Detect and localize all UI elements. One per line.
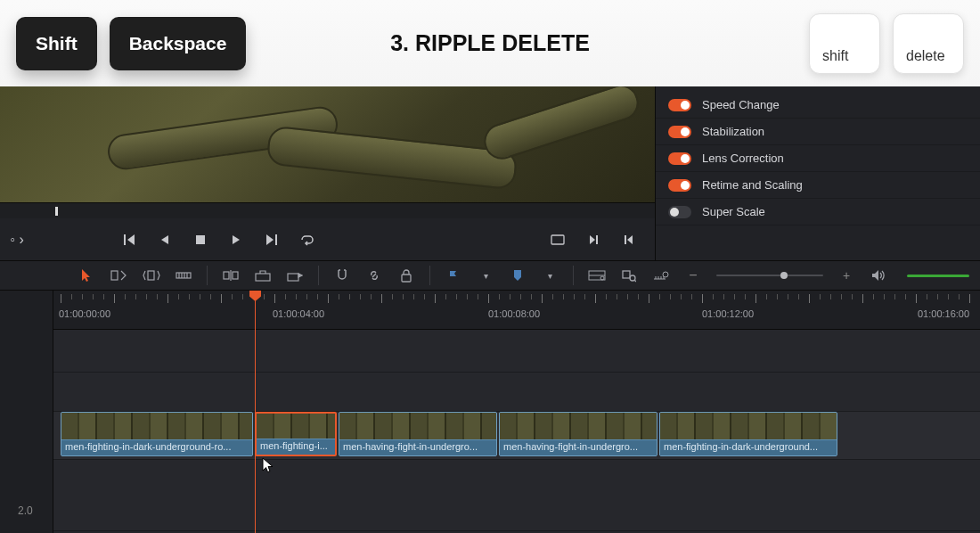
playhead[interactable] bbox=[255, 291, 256, 533]
go-end-icon[interactable] bbox=[264, 232, 280, 248]
key-backspace-dark: Backspace bbox=[110, 17, 247, 70]
insert-icon[interactable] bbox=[222, 266, 240, 284]
inspector-row[interactable]: Stabilization bbox=[656, 119, 980, 145]
tracks-container[interactable]: 01:00:00:0001:00:04:0001:00:08:0001:00:1… bbox=[53, 291, 980, 533]
tutorial-header: Shift Backspace 3. RIPPLE DELETE shift d… bbox=[0, 0, 980, 86]
next-clip-icon[interactable] bbox=[585, 232, 601, 248]
zoom-search-icon[interactable] bbox=[620, 266, 638, 284]
viewer-panel: ◦ › bbox=[0, 86, 655, 260]
timeline-clip[interactable]: men-fighting-in-dark-underground-ro... bbox=[61, 412, 253, 456]
top-panels: ◦ › Speed ChangeStabilizationLens Correc… bbox=[0, 86, 980, 260]
toggle-switch[interactable] bbox=[668, 179, 691, 192]
clip-label: men-fighting-i... bbox=[257, 439, 335, 455]
lock-icon[interactable] bbox=[397, 266, 415, 284]
svg-point-17 bbox=[600, 276, 604, 280]
svg-point-26 bbox=[663, 272, 668, 277]
key-shift-light: shift bbox=[809, 13, 880, 74]
inspector-row[interactable]: Lens Correction bbox=[656, 145, 980, 172]
svg-rect-12 bbox=[256, 274, 270, 281]
svg-rect-4 bbox=[176, 273, 191, 278]
viewer-scrubber[interactable] bbox=[0, 202, 655, 218]
inspector-row[interactable]: Retime and Scaling bbox=[656, 172, 980, 199]
zoom-out-icon[interactable]: − bbox=[684, 266, 702, 284]
ruler-timecode: 01:00:04:00 bbox=[273, 308, 324, 319]
clip-label: men-having-fight-in-undergro... bbox=[339, 439, 496, 455]
toggle-switch[interactable] bbox=[668, 152, 691, 165]
detail-zoom-icon[interactable] bbox=[652, 266, 670, 284]
snap-icon[interactable] bbox=[333, 266, 351, 284]
play-icon[interactable] bbox=[228, 232, 244, 248]
toggle-switch[interactable] bbox=[668, 206, 691, 218]
flag-blue-icon[interactable] bbox=[445, 266, 462, 284]
timeline-clip[interactable]: men-fighting-i... bbox=[255, 412, 337, 456]
replace-icon[interactable] bbox=[286, 266, 304, 284]
svg-line-20 bbox=[634, 280, 636, 282]
blade-tool-icon[interactable] bbox=[175, 266, 192, 284]
inspector-label: Super Scale bbox=[702, 205, 765, 218]
inspector-row[interactable]: Super Scale bbox=[656, 199, 980, 226]
svg-rect-9 bbox=[224, 272, 229, 279]
arrow-tool-icon[interactable] bbox=[78, 266, 96, 284]
ruler-timecode: 01:00:16:00 bbox=[918, 308, 969, 319]
dynamic-trim-icon[interactable] bbox=[143, 266, 160, 284]
chevron-down-icon[interactable]: ▾ bbox=[541, 266, 559, 284]
zoom-slider[interactable] bbox=[716, 275, 823, 276]
track-row-empty-3[interactable] bbox=[53, 460, 980, 531]
key-shift-dark: Shift bbox=[16, 17, 97, 70]
loop-icon[interactable] bbox=[299, 232, 315, 248]
svg-rect-14 bbox=[402, 275, 411, 282]
marker-blue-icon[interactable] bbox=[509, 266, 527, 284]
dot-icon[interactable]: ◦ › bbox=[9, 232, 25, 248]
timeline-ruler[interactable]: 01:00:00:0001:00:04:0001:00:08:0001:00:1… bbox=[53, 291, 980, 330]
clip-label: men-fighting-in-dark-underground-ro... bbox=[61, 439, 252, 455]
inspector-label: Speed Change bbox=[702, 98, 780, 111]
inspector-label: Lens Correction bbox=[702, 152, 784, 165]
timeline-area: 2.0 01:00:00:0001:00:04:0001:00:08:0001:… bbox=[0, 291, 980, 533]
timeline-clip[interactable]: men-having-fight-in-undergro... bbox=[339, 412, 497, 456]
svg-rect-2 bbox=[111, 271, 118, 280]
speaker-icon[interactable] bbox=[870, 266, 887, 284]
prev-clip-icon[interactable] bbox=[621, 232, 637, 248]
ruler-timecode: 01:00:00:00 bbox=[59, 308, 110, 319]
video-editor: ◦ › Speed ChangeStabilizationLens Correc… bbox=[0, 86, 980, 533]
inspector-label: Retime and Scaling bbox=[702, 178, 803, 192]
video-track[interactable]: men-fighting-in-dark-underground-ro...me… bbox=[53, 412, 980, 460]
svg-rect-0 bbox=[196, 235, 205, 244]
inspector-panel: Speed ChangeStabilizationLens Correction… bbox=[655, 86, 980, 260]
inspector-label: Stabilization bbox=[702, 125, 764, 138]
view-mode-icon[interactable] bbox=[588, 266, 606, 284]
prev-frame-icon[interactable] bbox=[157, 232, 173, 248]
zoom-in-icon[interactable]: + bbox=[837, 266, 855, 284]
go-start-icon[interactable] bbox=[121, 232, 137, 248]
key-delete-light: delete bbox=[893, 13, 964, 74]
tutorial-title: 3. RIPPLE DELETE bbox=[390, 30, 590, 56]
overwrite-icon[interactable] bbox=[254, 266, 272, 284]
ruler-timecode: 01:00:08:00 bbox=[488, 308, 540, 319]
svg-rect-18 bbox=[623, 271, 630, 278]
track-headers: 2.0 bbox=[0, 291, 53, 533]
clip-label: men-fighting-in-dark-underground... bbox=[660, 439, 837, 455]
mouse-cursor-icon bbox=[262, 457, 276, 475]
inspector-row[interactable]: Speed Change bbox=[656, 92, 980, 119]
chevron-down-icon[interactable]: ▾ bbox=[477, 266, 494, 284]
toggle-switch[interactable] bbox=[668, 126, 691, 138]
svg-rect-13 bbox=[288, 274, 298, 281]
timeline-toolbar: ▾ ▾ − + bbox=[0, 260, 980, 291]
volume-slider[interactable] bbox=[907, 275, 969, 277]
timeline-clip[interactable]: men-having-fight-in-undergro... bbox=[499, 412, 657, 456]
track-scale-label: 2.0 bbox=[18, 504, 33, 517]
clip-label: men-having-fight-in-undergro... bbox=[500, 439, 657, 455]
viewer-transport-bar: ◦ › bbox=[0, 218, 655, 260]
match-frame-icon[interactable] bbox=[550, 232, 566, 248]
viewer-preview[interactable] bbox=[0, 86, 655, 202]
svg-rect-10 bbox=[233, 272, 238, 279]
toggle-switch[interactable] bbox=[668, 99, 691, 111]
svg-rect-1 bbox=[551, 235, 564, 244]
track-row-empty-2[interactable] bbox=[53, 373, 980, 412]
timeline-clip[interactable]: men-fighting-in-dark-underground... bbox=[659, 412, 837, 456]
link-icon[interactable] bbox=[365, 266, 383, 284]
track-row-empty-1[interactable] bbox=[53, 330, 980, 373]
stop-icon[interactable] bbox=[192, 232, 208, 248]
trim-tool-icon[interactable] bbox=[110, 266, 128, 284]
ruler-timecode: 01:00:12:00 bbox=[702, 308, 754, 319]
